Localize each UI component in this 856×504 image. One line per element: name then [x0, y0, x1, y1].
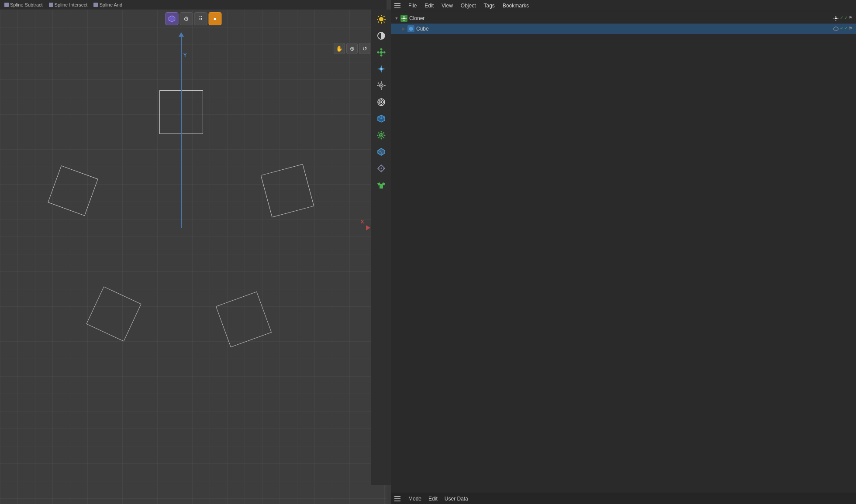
3d-shape-btn[interactable]	[373, 144, 389, 160]
svg-point-13	[380, 48, 382, 51]
tshirt-btn[interactable]	[373, 177, 389, 193]
hand-icon: ✋	[336, 45, 343, 52]
layout-btn[interactable]: ⠿	[194, 12, 207, 25]
cloner-small-icon	[401, 16, 407, 21]
tshirt-icon	[376, 180, 386, 190]
svg-rect-26	[377, 82, 379, 84]
target-btn[interactable]	[373, 94, 389, 110]
bottom-edit[interactable]: Edit	[426, 495, 440, 503]
svg-point-14	[380, 55, 382, 57]
svg-point-43	[384, 135, 385, 136]
svg-rect-24	[377, 85, 379, 86]
bottom-userdata[interactable]: User Data	[442, 495, 471, 503]
cloner-label: Cloner	[409, 15, 831, 21]
cloner-btn[interactable]	[373, 45, 389, 60]
menu-bookmarks[interactable]: Bookmarks	[499, 2, 532, 10]
svg-marker-1	[169, 17, 174, 21]
spline-intersect-btn[interactable]: Spline Intersect	[46, 1, 90, 8]
panel: File Edit View Object Tags Bookmarks ▼ C…	[391, 0, 856, 504]
menu-object[interactable]: Object	[457, 2, 480, 10]
gear-icon-rt	[376, 81, 386, 90]
menu-tags[interactable]: Tags	[480, 2, 498, 10]
dots-grid-icon: ⠿	[199, 16, 203, 22]
display-btn[interactable]	[373, 28, 389, 44]
bottom-mode[interactable]: Mode	[406, 495, 424, 503]
prism-btn[interactable]	[373, 161, 389, 176]
hand-tool-btn[interactable]: ✋	[334, 43, 345, 54]
green-gear-btn[interactable]	[373, 127, 389, 143]
svg-point-40	[380, 131, 382, 133]
x-axis-arrow	[366, 225, 370, 230]
svg-point-39	[380, 134, 382, 136]
svg-point-2	[379, 17, 383, 21]
svg-point-41	[380, 138, 382, 140]
cloner-icon	[376, 48, 386, 57]
spline-subtract-icon	[4, 3, 9, 7]
x-axis-line	[181, 228, 369, 228]
panel-bottom-hamburger[interactable]	[394, 495, 402, 503]
cloner-visibility: ✓ ✓ ⚑	[833, 15, 853, 21]
svg-point-54	[404, 16, 404, 17]
right-toolbar	[371, 10, 391, 485]
sun-render-btn[interactable]	[373, 11, 389, 27]
panel-bottombar: Mode Edit User Data	[391, 493, 856, 504]
spline-and-btn[interactable]: Spline And	[91, 1, 125, 8]
svg-point-29	[380, 101, 382, 103]
svg-point-61	[834, 18, 835, 19]
move-icon: ⊕	[350, 45, 355, 52]
svg-rect-23	[381, 88, 382, 90]
tree-item-cube[interactable]: ▶ Cube ✓ ✓ ⚑	[391, 24, 856, 34]
viewport-grid	[0, 10, 387, 504]
rotate-icon: ↺	[362, 45, 367, 52]
spline-intersect-icon	[49, 3, 53, 7]
panel-hamburger-btn[interactable]	[394, 2, 402, 10]
tree-expand-cube[interactable]: ▶	[401, 27, 406, 31]
svg-point-45	[383, 137, 384, 138]
svg-point-58	[835, 17, 837, 19]
menu-view[interactable]: View	[438, 2, 456, 10]
half-circle-icon	[376, 31, 386, 41]
svg-rect-25	[384, 85, 386, 86]
object-tree: ▼ Cloner	[391, 11, 856, 493]
cube-flag: ⚑	[849, 26, 853, 32]
svg-point-60	[835, 20, 836, 21]
3d-shape-icon	[376, 147, 386, 157]
c4d-logo-btn[interactable]	[165, 12, 178, 25]
cloner-check1: ✓	[840, 15, 843, 21]
cube-check2: ✓	[844, 26, 848, 32]
cube-vis-icon	[833, 26, 839, 32]
svg-marker-64	[834, 27, 838, 31]
move-tool-btn[interactable]: ⊕	[346, 43, 358, 54]
gear-btn[interactable]	[373, 78, 389, 93]
settings-btn[interactable]: ⚙	[179, 12, 193, 25]
cloner-vis-icon1	[833, 15, 839, 21]
svg-point-21	[380, 85, 382, 86]
menu-file[interactable]: File	[405, 2, 420, 10]
record-btn[interactable]: ●	[208, 12, 221, 25]
panel-menubar: File Edit View Object Tags Bookmarks	[391, 0, 856, 11]
tree-item-cloner[interactable]: ▼ Cloner	[391, 13, 856, 24]
y-axis-arrow	[179, 32, 184, 37]
center-square-vline	[181, 90, 182, 134]
gear-icon: ⚙	[183, 15, 189, 22]
x-axis-label: X	[361, 219, 364, 224]
viewport[interactable]: ⚙ ⠿ ● ✋ ⊕ ↺ ⛶ Y	[0, 10, 387, 504]
svg-point-53	[403, 17, 405, 19]
menu-edit[interactable]: Edit	[421, 2, 437, 10]
svg-marker-63	[409, 27, 413, 31]
cube-small-icon	[408, 26, 414, 31]
svg-point-42	[377, 135, 378, 136]
spline-subtract-btn[interactable]: Spline Subtract	[2, 1, 45, 8]
svg-point-15	[377, 51, 379, 54]
rotate-tool-btn[interactable]: ↺	[359, 43, 370, 54]
svg-line-10	[378, 22, 379, 23]
tree-expand-cloner[interactable]: ▼	[394, 16, 399, 21]
star-effect-btn[interactable]	[373, 61, 389, 77]
svg-point-59	[835, 16, 836, 17]
svg-point-46	[383, 132, 384, 134]
star-effect-icon	[376, 64, 386, 74]
viewport-top-icons: ⚙ ⠿ ●	[165, 12, 221, 25]
svg-point-55	[404, 20, 404, 21]
cube-3d-btn[interactable]	[373, 111, 389, 127]
cube-3d-icon	[376, 114, 386, 123]
